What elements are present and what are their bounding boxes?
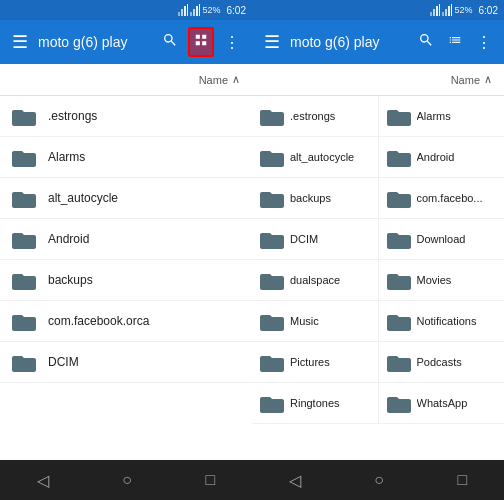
nav-bar-right: ◁ ○ □ bbox=[252, 460, 504, 500]
grid-item[interactable]: dualspace bbox=[252, 260, 379, 301]
file-name: WhatsApp bbox=[417, 397, 468, 409]
grid-item[interactable]: backups bbox=[252, 178, 379, 219]
sort-header-right: Name ∧ bbox=[252, 64, 504, 96]
list-view-icon-right[interactable] bbox=[444, 29, 466, 55]
grid-item[interactable]: Music bbox=[252, 301, 379, 342]
folder-icon bbox=[260, 270, 284, 290]
grid-item[interactable]: Android bbox=[379, 137, 505, 178]
list-item[interactable]: DCIM bbox=[0, 342, 252, 383]
status-bar-left: 52% 6:02 bbox=[0, 0, 252, 20]
svg-marker-6 bbox=[196, 6, 198, 16]
search-icon-right[interactable] bbox=[414, 28, 438, 56]
file-name: Alarms bbox=[48, 150, 85, 164]
svg-marker-3 bbox=[187, 4, 188, 16]
folder-icon bbox=[387, 393, 411, 413]
file-name: Download bbox=[417, 233, 466, 245]
nav-bar-left: ◁ ○ □ bbox=[0, 460, 252, 500]
grid-row: DCIM Download bbox=[252, 219, 504, 260]
folder-icon bbox=[387, 147, 411, 167]
file-name: Ringtones bbox=[290, 397, 340, 409]
panel-list-view: 52% 6:02 ☰ moto g(6) play ⋮ Name ∧ .estr… bbox=[0, 0, 252, 500]
sort-arrow-left: ∧ bbox=[232, 73, 240, 86]
list-item[interactable]: Alarms bbox=[0, 137, 252, 178]
svg-marker-9 bbox=[433, 9, 435, 16]
search-icon-left[interactable] bbox=[158, 28, 182, 56]
sort-label-left: Name bbox=[199, 74, 228, 86]
svg-marker-14 bbox=[448, 6, 450, 16]
recent-button-left[interactable]: □ bbox=[206, 471, 216, 489]
grid-item[interactable]: Download bbox=[379, 219, 505, 260]
file-name: DCIM bbox=[290, 233, 318, 245]
battery-left: 52% bbox=[203, 5, 221, 15]
menu-icon-left[interactable]: ☰ bbox=[8, 27, 32, 57]
svg-marker-10 bbox=[436, 6, 438, 16]
file-name: Movies bbox=[417, 274, 452, 286]
toolbar-right: ☰ moto g(6) play ⋮ bbox=[252, 20, 504, 64]
svg-marker-13 bbox=[445, 9, 447, 16]
grid-row: Ringtones WhatsApp bbox=[252, 383, 504, 424]
back-button-left[interactable]: ◁ bbox=[37, 471, 49, 490]
file-name: Music bbox=[290, 315, 319, 327]
signal-icons-left bbox=[178, 4, 200, 16]
list-item[interactable]: backups bbox=[0, 260, 252, 301]
grid-item[interactable]: Podcasts bbox=[379, 342, 505, 383]
home-button-right[interactable]: ○ bbox=[374, 471, 384, 489]
grid-row: dualspace Movies bbox=[252, 260, 504, 301]
folder-icon bbox=[260, 311, 284, 331]
grid-row: .estrongs Alarms bbox=[252, 96, 504, 137]
grid-item[interactable]: Pictures bbox=[252, 342, 379, 383]
svg-marker-11 bbox=[439, 4, 440, 16]
grid-item[interactable]: .estrongs bbox=[252, 96, 379, 137]
grid-item[interactable]: alt_autocycle bbox=[252, 137, 379, 178]
file-name: DCIM bbox=[48, 355, 79, 369]
file-name: Android bbox=[48, 232, 89, 246]
file-name: Notifications bbox=[417, 315, 477, 327]
app-title-left: moto g(6) play bbox=[38, 34, 152, 50]
folder-icon bbox=[260, 188, 284, 208]
folder-icon bbox=[387, 229, 411, 249]
time-right: 6:02 bbox=[479, 5, 498, 16]
folder-icon bbox=[12, 352, 36, 372]
grid-row: Pictures Podcasts bbox=[252, 342, 504, 383]
folder-icon bbox=[387, 352, 411, 372]
grid-item[interactable]: Ringtones bbox=[252, 383, 379, 424]
grid-row: alt_autocycle Android bbox=[252, 137, 504, 178]
file-name: alt_autocycle bbox=[48, 191, 118, 205]
sort-header-left: Name ∧ bbox=[0, 64, 252, 96]
file-name: com.facebook.orca bbox=[48, 314, 149, 328]
folder-icon bbox=[260, 106, 284, 126]
folder-icon bbox=[12, 270, 36, 290]
folder-icon bbox=[260, 229, 284, 249]
grid-item[interactable]: WhatsApp bbox=[379, 383, 505, 424]
file-name: .estrongs bbox=[48, 109, 97, 123]
folder-icon bbox=[387, 188, 411, 208]
file-name: com.facebo... bbox=[417, 192, 483, 204]
list-item[interactable]: Android bbox=[0, 219, 252, 260]
grid-item[interactable]: Notifications bbox=[379, 301, 505, 342]
home-button-left[interactable]: ○ bbox=[122, 471, 132, 489]
back-button-right[interactable]: ◁ bbox=[289, 471, 301, 490]
recent-button-right[interactable]: □ bbox=[458, 471, 468, 489]
svg-marker-0 bbox=[178, 12, 180, 16]
grid-item[interactable]: com.facebo... bbox=[379, 178, 505, 219]
file-list-left: .estrongs Alarms alt_autocycle Android b bbox=[0, 96, 252, 460]
grid-item[interactable]: DCIM bbox=[252, 219, 379, 260]
svg-marker-8 bbox=[430, 12, 432, 16]
folder-icon bbox=[12, 106, 36, 126]
svg-marker-1 bbox=[181, 9, 183, 16]
time-left: 6:02 bbox=[227, 5, 246, 16]
menu-icon-right[interactable]: ☰ bbox=[260, 27, 284, 57]
more-icon-right[interactable]: ⋮ bbox=[472, 29, 496, 56]
grid-item[interactable]: Alarms bbox=[379, 96, 505, 137]
list-item[interactable]: .estrongs bbox=[0, 96, 252, 137]
svg-marker-12 bbox=[442, 12, 444, 16]
list-item[interactable]: alt_autocycle bbox=[0, 178, 252, 219]
signal-icons-right bbox=[430, 4, 452, 16]
list-item[interactable]: com.facebook.orca bbox=[0, 301, 252, 342]
battery-right: 52% bbox=[455, 5, 473, 15]
more-icon-left[interactable]: ⋮ bbox=[220, 29, 244, 56]
grid-item[interactable]: Movies bbox=[379, 260, 505, 301]
svg-marker-4 bbox=[190, 12, 192, 16]
grid-view-icon-left[interactable] bbox=[188, 27, 214, 57]
file-name: dualspace bbox=[290, 274, 340, 286]
